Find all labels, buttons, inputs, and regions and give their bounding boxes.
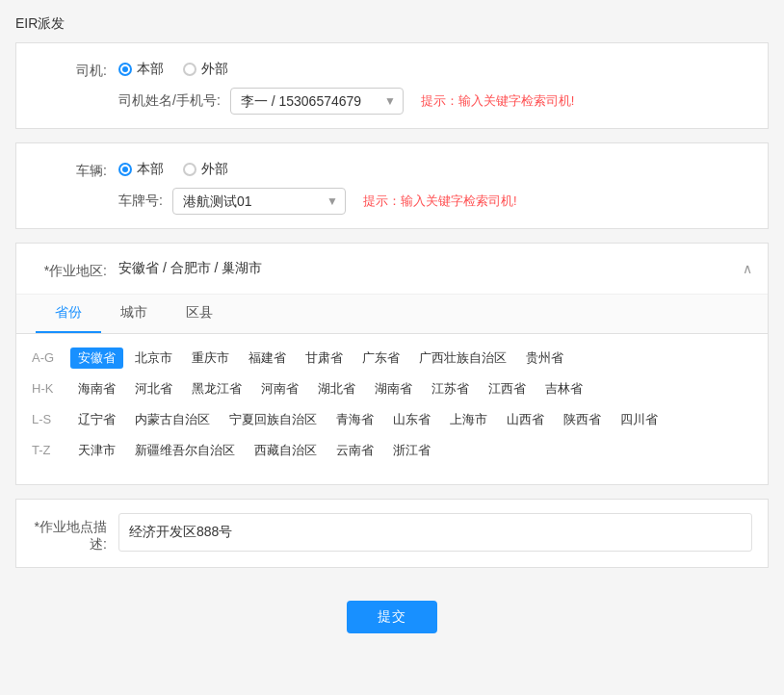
vehicle-select-row: 车牌号: 港航测试01 ▼ 提示：输入关键字检索司机! <box>118 188 752 215</box>
province-item[interactable]: 湖北省 <box>310 378 363 399</box>
region-label: *作业地区: <box>32 257 118 280</box>
driver-type-content: 本部 外部 司机姓名/手机号: 李一 / 15306574679 ▼ 提示：输入… <box>118 57 752 115</box>
submit-button[interactable]: 提交 <box>347 601 437 633</box>
vehicle-external-option[interactable]: 外部 <box>183 161 228 178</box>
province-item[interactable]: 广西壮族自治区 <box>411 348 514 369</box>
province-item[interactable]: 内蒙古自治区 <box>127 409 218 430</box>
driver-select-row: 司机姓名/手机号: 李一 / 15306574679 ▼ 提示：输入关键字检索司… <box>118 88 752 115</box>
driver-radio-group: 本部 外部 <box>118 57 752 78</box>
province-item[interactable]: 江苏省 <box>424 378 477 399</box>
tab-city[interactable]: 城市 <box>101 295 167 333</box>
province-item[interactable]: 河南省 <box>253 378 306 399</box>
province-item[interactable]: 海南省 <box>70 378 123 399</box>
province-item[interactable]: 陕西省 <box>556 409 609 430</box>
province-item[interactable]: 山西省 <box>499 409 552 430</box>
region-current-value: 安徽省 / 合肥市 / 巢湖市 <box>118 260 743 277</box>
province-item[interactable]: 西藏自治区 <box>247 440 325 461</box>
province-item[interactable]: 辽宁省 <box>70 409 123 430</box>
range-label: A-G <box>32 348 63 365</box>
driver-internal-label: 本部 <box>137 61 164 78</box>
driver-external-option[interactable]: 外部 <box>183 61 228 78</box>
province-item[interactable]: 山东省 <box>385 409 438 430</box>
description-row: *作业地点描述: <box>16 500 768 567</box>
province-item[interactable]: 青海省 <box>328 409 381 430</box>
province-item[interactable]: 江西省 <box>481 378 534 399</box>
province-group-h-k: H-K海南省河北省黑龙江省河南省湖北省湖南省江苏省江西省吉林省 <box>32 378 752 399</box>
region-card: *作业地区: 安徽省 / 合肥市 / 巢湖市 ∧ 省份 城市 区县 A-G安徽省… <box>15 243 769 485</box>
province-item[interactable]: 宁夏回族自治区 <box>222 409 325 430</box>
description-label: *作业地点描述: <box>32 513 118 553</box>
vehicle-external-radio[interactable] <box>183 163 196 176</box>
vehicle-select[interactable]: 港航测试01 <box>172 188 346 215</box>
province-item[interactable]: 天津市 <box>70 440 123 461</box>
province-item[interactable]: 北京市 <box>127 348 180 369</box>
province-item[interactable]: 广东省 <box>354 348 407 369</box>
tab-province[interactable]: 省份 <box>36 295 101 333</box>
tab-district[interactable]: 区县 <box>167 295 232 333</box>
vehicle-hint: 提示：输入关键字检索司机! <box>363 193 517 210</box>
vehicle-external-label: 外部 <box>201 161 228 178</box>
province-item[interactable]: 河北省 <box>127 378 180 399</box>
range-label: T-Z <box>32 440 63 457</box>
province-items: 安徽省北京市重庆市福建省甘肃省广东省广西壮族自治区贵州省 <box>70 348 752 369</box>
description-card: *作业地点描述: <box>15 499 769 568</box>
description-input[interactable] <box>118 513 752 552</box>
range-label: L-S <box>32 409 63 426</box>
driver-external-radio[interactable] <box>183 63 196 76</box>
driver-card: 司机: 本部 外部 司机姓名/手机号: 李一 / 15306574679 <box>15 42 769 129</box>
driver-select[interactable]: 李一 / 15306574679 <box>230 88 404 115</box>
province-item[interactable]: 贵州省 <box>518 348 571 369</box>
region-province-content: A-G安徽省北京市重庆市福建省甘肃省广东省广西壮族自治区贵州省H-K海南省河北省… <box>16 334 768 484</box>
driver-hint: 提示：输入关键字检索司机! <box>421 92 575 110</box>
vehicle-type-row: 车辆: 本部 外部 车牌号: 港航测试01 ▼ <box>16 143 768 228</box>
driver-label: 司机: <box>32 57 118 80</box>
province-item[interactable]: 浙江省 <box>385 440 438 461</box>
vehicle-internal-option[interactable]: 本部 <box>118 161 164 178</box>
province-item[interactable]: 吉林省 <box>537 378 590 399</box>
driver-external-label: 外部 <box>201 61 228 78</box>
province-item[interactable]: 安徽省 <box>70 348 123 369</box>
province-group-a-g: A-G安徽省北京市重庆市福建省甘肃省广东省广西壮族自治区贵州省 <box>32 348 752 369</box>
driver-type-row: 司机: 本部 外部 司机姓名/手机号: 李一 / 15306574679 <box>16 43 768 128</box>
vehicle-internal-radio[interactable] <box>118 163 132 176</box>
province-item[interactable]: 湖南省 <box>367 378 420 399</box>
driver-internal-radio[interactable] <box>118 63 132 76</box>
driver-sub-label: 司机姓名/手机号: <box>118 92 221 110</box>
province-item[interactable]: 甘肃省 <box>298 348 351 369</box>
vehicle-type-content: 本部 外部 车牌号: 港航测试01 ▼ 提示：输入关键字检索司机! <box>118 157 752 215</box>
province-item[interactable]: 上海市 <box>442 409 495 430</box>
vehicle-card: 车辆: 本部 外部 车牌号: 港航测试01 ▼ <box>15 142 769 229</box>
province-items: 海南省河北省黑龙江省河南省湖北省湖南省江苏省江西省吉林省 <box>70 378 752 399</box>
submit-area: 提交 <box>15 581 769 653</box>
province-items: 天津市新疆维吾尔自治区西藏自治区云南省浙江省 <box>70 440 752 461</box>
province-group-t-z: T-Z天津市新疆维吾尔自治区西藏自治区云南省浙江省 <box>32 440 752 461</box>
vehicle-label: 车辆: <box>32 157 118 180</box>
vehicle-radio-group: 本部 外部 <box>118 157 752 178</box>
province-group-l-s: L-S辽宁省内蒙古自治区宁夏回族自治区青海省山东省上海市山西省陕西省四川省 <box>32 409 752 430</box>
province-item[interactable]: 四川省 <box>613 409 666 430</box>
region-tabs: 省份 城市 区县 <box>16 295 768 334</box>
page-title: EIR派发 <box>15 15 769 33</box>
province-item[interactable]: 云南省 <box>328 440 381 461</box>
province-items: 辽宁省内蒙古自治区宁夏回族自治区青海省山东省上海市山西省陕西省四川省 <box>70 409 752 430</box>
province-item[interactable]: 福建省 <box>241 348 294 369</box>
vehicle-internal-label: 本部 <box>137 161 164 178</box>
province-item[interactable]: 黑龙江省 <box>184 378 249 399</box>
region-header-row: *作业地区: 安徽省 / 合肥市 / 巢湖市 ∧ <box>16 244 768 295</box>
province-item[interactable]: 新疆维吾尔自治区 <box>127 440 243 461</box>
driver-internal-option[interactable]: 本部 <box>118 61 164 78</box>
range-label: H-K <box>32 378 63 396</box>
collapse-icon[interactable]: ∧ <box>743 261 752 276</box>
driver-select-wrapper: 李一 / 15306574679 ▼ <box>230 88 404 115</box>
vehicle-select-wrapper: 港航测试01 ▼ <box>172 188 346 215</box>
vehicle-sub-label: 车牌号: <box>118 193 163 210</box>
province-item[interactable]: 重庆市 <box>184 348 237 369</box>
